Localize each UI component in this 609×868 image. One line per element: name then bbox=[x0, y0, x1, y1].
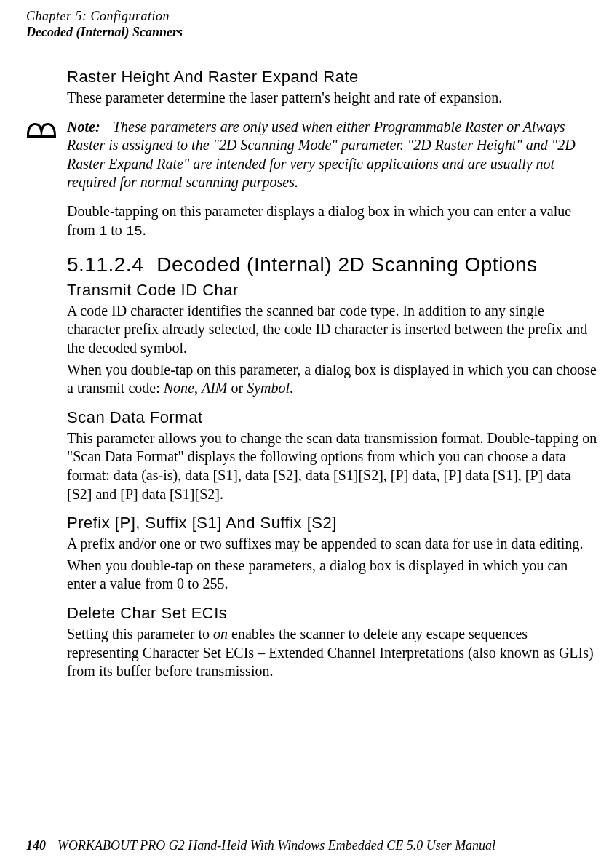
section-number: 5.11.2.4 bbox=[67, 253, 143, 276]
heading-prefix-suffix: Prefix [P], Suffix [S1] And Suffix [S2] bbox=[67, 514, 599, 533]
paragraph: Double-tapping on this parameter display… bbox=[67, 202, 599, 240]
running-header-section: Decoded (Internal) Scanners bbox=[26, 25, 602, 40]
option-aim: AIM bbox=[202, 380, 228, 396]
value-on: on bbox=[213, 626, 228, 642]
option-none: None bbox=[164, 380, 194, 396]
text: or bbox=[228, 380, 247, 396]
paragraph: This parameter allows you to change the … bbox=[67, 429, 599, 503]
text: Setting this parameter to bbox=[67, 626, 213, 642]
heading-transmit-code-id: Transmit Code ID Char bbox=[67, 281, 599, 300]
text: . bbox=[143, 222, 146, 238]
book-icon bbox=[26, 119, 57, 140]
page-content: Raster Height And Raster Expand Rate The… bbox=[67, 68, 599, 681]
note-body: These parameters are only used when eith… bbox=[67, 119, 576, 191]
paragraph: A prefix and/or one or two suffixes may … bbox=[67, 535, 599, 554]
code-value: 15 bbox=[126, 223, 143, 239]
paragraph: A code ID character identifies the scann… bbox=[67, 302, 599, 358]
text: . bbox=[290, 380, 293, 396]
running-header-chapter: Chapter 5: Configuration bbox=[26, 9, 602, 24]
page-number: 140 bbox=[26, 838, 46, 853]
paragraph: These parameter determine the laser patt… bbox=[67, 89, 599, 108]
text: When you double-tap on this parameter, a… bbox=[67, 362, 597, 397]
paragraph: Setting this parameter to on enables the… bbox=[67, 625, 599, 681]
paragraph: When you double-tap on this parameter, a… bbox=[67, 361, 599, 398]
code-value: 1 bbox=[99, 223, 107, 239]
text: , bbox=[194, 380, 202, 396]
text: to bbox=[107, 222, 126, 238]
svg-rect-0 bbox=[27, 135, 56, 138]
paragraph: When you double-tap on these parameters,… bbox=[67, 557, 599, 594]
section-title: Decoded (Internal) 2D Scanning Options bbox=[156, 253, 537, 276]
heading-scan-data-format: Scan Data Format bbox=[67, 408, 599, 427]
note-label: Note: bbox=[67, 118, 109, 137]
note-text: Note: These parameters are only used whe… bbox=[67, 118, 599, 192]
heading-delete-char-set-ecis: Delete Char Set ECIs bbox=[67, 604, 599, 623]
footer-title: WORKABOUT PRO G2 Hand-Held With Windows … bbox=[57, 838, 495, 853]
heading-2d-scanning-options: 5.11.2.4Decoded (Internal) 2D Scanning O… bbox=[67, 253, 599, 276]
option-symbol: Symbol bbox=[247, 380, 290, 396]
heading-raster: Raster Height And Raster Expand Rate bbox=[67, 68, 599, 87]
note-block: Note: These parameters are only used whe… bbox=[26, 118, 599, 192]
page: Chapter 5: Configuration Decoded (Intern… bbox=[0, 0, 609, 681]
page-footer: 140WORKABOUT PRO G2 Hand-Held With Windo… bbox=[26, 838, 495, 853]
